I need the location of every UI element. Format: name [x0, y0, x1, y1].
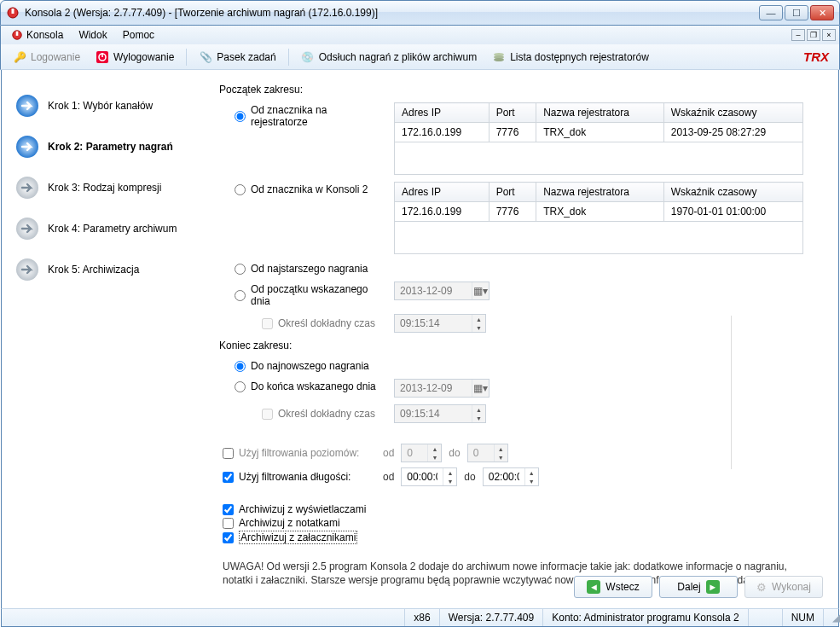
step-5[interactable]: Krok 5: Archiwizacja: [10, 249, 202, 290]
checkbox-start-exact-time[interactable]: Określ dokładny czas: [262, 317, 384, 329]
end-time-field[interactable]: ▲▼: [394, 404, 486, 423]
step-3[interactable]: Krok 3: Rodzaj kompresji: [10, 167, 202, 208]
start-date-field[interactable]: ▦▾: [394, 282, 490, 300]
menu-konsola[interactable]: Konsola: [4, 27, 70, 43]
col-name[interactable]: Nazwa rejestratora: [536, 183, 664, 202]
window-title: Konsola 2 (Wersja: 2.7.77.409) - [Tworze…: [25, 7, 754, 19]
radio-from-day-start[interactable]: Od początku wskazanego dnia: [235, 282, 384, 307]
attachment-icon: 📎: [199, 50, 212, 64]
radio-from-console-marker[interactable]: Od znacznika w Konsoli 2: [235, 182, 384, 195]
step-bullet-icon: [15, 176, 39, 200]
duration-to-field[interactable]: ▲▼: [483, 467, 539, 486]
col-ip[interactable]: Adres IP: [395, 183, 490, 202]
main-panel: Początek zakresu: Od znacznika na rejest…: [211, 70, 838, 608]
level-to-field[interactable]: ▲▼: [467, 444, 508, 462]
radio-from-recorder-marker[interactable]: Od znacznika na rejestratorze: [235, 102, 384, 128]
console-marker-table: Adres IP Port Nazwa rejestratora Wskaźni…: [394, 182, 803, 254]
step-4[interactable]: Krok 4: Parametry archiwum: [10, 208, 202, 249]
wizard-sidebar: Krok 1: Wybór kanałów Krok 2: Parametry …: [2, 70, 211, 608]
range-start-label: Początek zakresu:: [219, 84, 821, 96]
resize-grip[interactable]: ◢: [823, 609, 838, 626]
mdi-restore-button[interactable]: ❐: [807, 29, 820, 41]
col-name[interactable]: Nazwa rejestratora: [536, 103, 664, 123]
step-4-label: Krok 4: Parametry archiwum: [48, 223, 177, 235]
checkbox-filter-duration[interactable]: Użyj filtrowania długości:: [223, 471, 376, 483]
status-arch: x86: [404, 609, 438, 626]
radio-to-day-end[interactable]: Do końca wskazanego dnia: [235, 379, 384, 392]
step-1-label: Krok 1: Wybór kanałów: [48, 100, 153, 112]
toolbar-pasek-zadan[interactable]: 📎 Pasek zadań: [192, 48, 282, 67]
step-bullet-icon: [15, 217, 39, 241]
step-2-label: Krok 2: Parametry nagrań: [48, 141, 173, 153]
col-port[interactable]: Port: [489, 183, 536, 202]
calendar-icon[interactable]: ▦▾: [472, 380, 489, 397]
minimize-button[interactable]: —: [759, 5, 783, 20]
arrow-left-icon: ◄: [587, 580, 600, 594]
table-row[interactable]: 172.16.0.199 7776 TRX_dok 2013-09-25 08:…: [395, 123, 803, 142]
menu-pomoc[interactable]: Pomoc: [116, 27, 161, 43]
menu-konsola-label: Konsola: [26, 29, 63, 41]
radio-to-newest[interactable]: Do najnowszego nagrania: [235, 358, 384, 372]
maximize-button[interactable]: ☐: [785, 5, 808, 20]
next-button[interactable]: Dalej ►: [659, 576, 738, 598]
step-bullet-done-icon: [15, 94, 39, 118]
radio-from-oldest[interactable]: Od najstarszego nagrania: [235, 261, 384, 275]
title-bar: Konsola 2 (Wersja: 2.7.77.409) - [Tworze…: [0, 0, 840, 26]
brand-logo: TRX: [803, 49, 834, 64]
status-version: Wersja: 2.7.77.409: [439, 609, 543, 626]
divider: [731, 316, 732, 469]
step-3-label: Krok 3: Rodzaj kompresji: [48, 182, 161, 194]
calendar-icon[interactable]: ▦▾: [472, 282, 489, 299]
mdi-close-button[interactable]: ×: [822, 29, 836, 41]
step-1[interactable]: Krok 1: Wybór kanałów: [10, 85, 202, 126]
toolbar-logowanie: 🔑 Logowanie: [6, 48, 87, 67]
toolbar-wylogowanie[interactable]: Wylogowanie: [89, 48, 181, 67]
col-port[interactable]: Port: [489, 103, 536, 123]
toolbar-odsluch[interactable]: 💿 Odsłuch nagrań z plików archiwum: [294, 48, 484, 67]
step-bullet-icon: [15, 258, 39, 282]
duration-from-field[interactable]: ▲▼: [401, 467, 457, 486]
key-icon: 🔑: [13, 50, 26, 64]
level-from-field[interactable]: ▲▼: [401, 444, 442, 462]
disc-icon: 💿: [301, 50, 315, 64]
col-timestamp[interactable]: Wskaźnik czasowy: [663, 183, 802, 202]
svg-rect-6: [101, 53, 103, 57]
mdi-minimize-button[interactable]: –: [791, 29, 805, 41]
step-2[interactable]: Krok 2: Parametry nagrań: [10, 126, 202, 167]
execute-button: ⚙ Wykonaj: [744, 576, 823, 598]
toolbar-lista[interactable]: Lista dostępnych rejestratorów: [485, 48, 656, 67]
svg-rect-3: [16, 32, 19, 36]
back-button[interactable]: ◄ Wstecz: [574, 576, 652, 598]
start-time-field[interactable]: ▲▼: [394, 314, 486, 333]
menu-bar: Konsola Widok Pomoc – ❐ ×: [0, 26, 840, 44]
svg-rect-1: [12, 9, 14, 14]
status-empty: [2, 609, 404, 626]
toolbar: 🔑 Logowanie Wylogowanie 📎 Pasek zadań 💿 …: [0, 44, 840, 70]
power-icon: [96, 50, 109, 64]
close-button[interactable]: ✕: [810, 5, 834, 20]
menu-widok[interactable]: Widok: [72, 27, 113, 43]
step-5-label: Krok 5: Archiwizacja: [48, 264, 139, 276]
checkbox-archive-attachments[interactable]: Archiwizuj z załacznikami: [223, 531, 821, 544]
gear-icon: ⚙: [756, 581, 767, 594]
status-bar: x86 Wersja: 2.7.77.409 Konto: Administra…: [1, 608, 839, 627]
svg-point-9: [494, 58, 504, 61]
checkbox-end-exact-time[interactable]: Określ dokładny czas: [262, 408, 384, 420]
recorder-marker-table: Adres IP Port Nazwa rejestratora Wskaźni…: [394, 102, 803, 175]
end-date-field[interactable]: ▦▾: [394, 379, 490, 398]
checkbox-filter-levels[interactable]: Użyj filtrowania poziomów:: [223, 447, 376, 459]
step-bullet-active-icon: [15, 135, 39, 159]
table-row[interactable]: 172.16.0.199 7776 TRX_dok 1970-01-01 01:…: [395, 202, 803, 222]
col-ip[interactable]: Adres IP: [395, 103, 490, 123]
arrow-right-icon: ►: [706, 580, 720, 594]
status-num: NUM: [782, 609, 823, 626]
col-timestamp[interactable]: Wskaźnik czasowy: [663, 103, 802, 123]
app-icon: [6, 6, 20, 20]
status-account: Konto: Administrator programu Konsola 2: [542, 609, 747, 626]
checkbox-archive-displays[interactable]: Archiwizuj z wyświetlaczami: [223, 503, 821, 515]
stack-icon: [492, 50, 506, 64]
checkbox-archive-notes[interactable]: Archiwizuj z notatkami: [223, 517, 821, 529]
